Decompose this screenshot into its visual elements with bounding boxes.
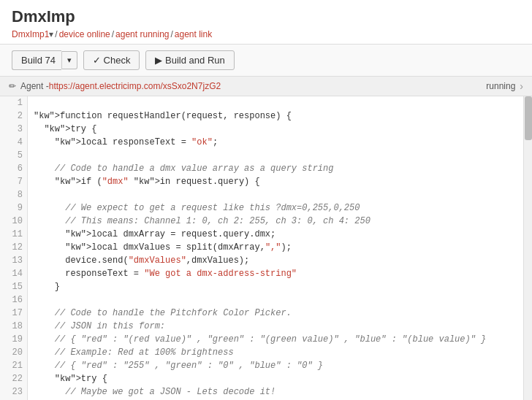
code-line: } — [34, 280, 523, 293]
line-number: 2 — [0, 109, 27, 123]
breadcrumb-agent-running[interactable]: agent running — [115, 29, 169, 39]
toolbar: Build 74 ▾ ✓ Check ▶ Build and Run — [0, 45, 532, 77]
breadcrumb-sep1: / — [55, 29, 57, 39]
line-number: 18 — [0, 320, 27, 333]
breadcrumb-agent-link[interactable]: agent link — [175, 29, 212, 39]
code-line: "kw">if ("dmx" "kw">in request.query) { — [34, 175, 523, 188]
code-line: // Example: Red at 100% brightness — [34, 346, 523, 359]
line-number: 16 — [0, 293, 27, 307]
breadcrumb-device-online[interactable]: device online — [59, 29, 110, 39]
line-number: 3 — [0, 123, 27, 136]
line-number: 19 — [0, 333, 27, 346]
line-number: 23 — [0, 385, 27, 399]
line-number: 4 — [0, 136, 27, 149]
code-line — [34, 96, 523, 109]
code-line: "kw">local dmxArray = request.query.dmx; — [34, 228, 523, 241]
code-line: // JSON in this form: — [34, 320, 523, 333]
breadcrumb-sep3: / — [171, 29, 173, 39]
line-number: 8 — [0, 188, 27, 201]
line-number: 17 — [0, 307, 27, 320]
scrollbar[interactable] — [523, 96, 532, 400]
code-line — [34, 188, 523, 201]
code-line: device.send("dmxValues",dmxValues); — [34, 254, 523, 267]
build-dropdown-caret[interactable]: ▾ — [61, 51, 77, 69]
line-number: 14 — [0, 267, 27, 280]
agent-bar: ✏ Agent - https://agent.electricimp.com/… — [0, 77, 532, 96]
agent-label: Agent - — [20, 81, 49, 91]
code-line: "kw">local responseText = "ok"; — [34, 136, 523, 149]
code-editor: 1234567891011121314151617181920212223242… — [0, 96, 532, 400]
code-line: // Code to handle the Pitchfork Color Pi… — [34, 307, 523, 320]
line-number: 9 — [0, 201, 27, 215]
code-line: // Code to handle a dmx value array as a… — [34, 162, 523, 175]
code-line: // We expect to get a request like this … — [34, 201, 523, 215]
line-number: 10 — [0, 215, 27, 228]
app-title: DmxImp — [12, 7, 520, 26]
code-line: "kw">function requestHandler(request, re… — [34, 109, 523, 123]
breadcrumb-sep2: / — [112, 29, 114, 39]
code-line: responseText = "We got a dmx-address-str… — [34, 267, 523, 280]
code-line: "kw">local dmxValues = split(dmxArray,",… — [34, 241, 523, 254]
line-number: 5 — [0, 149, 27, 162]
line-number: 15 — [0, 280, 27, 293]
breadcrumb: DmxImp1 ▾ / device online / agent runnin… — [12, 29, 520, 39]
line-number: 22 — [0, 372, 27, 385]
line-number: 13 — [0, 254, 27, 267]
code-line — [34, 293, 523, 307]
line-numbers: 1234567891011121314151617181920212223242… — [0, 96, 28, 400]
code-line: // { "red" : "(red value)" , "green" : "… — [34, 333, 523, 346]
check-button[interactable]: ✓ Check — [83, 50, 140, 70]
build-button[interactable]: Build 74 — [12, 50, 61, 70]
line-number: 6 — [0, 162, 27, 175]
header: DmxImp DmxImp1 ▾ / device online / agent… — [0, 0, 532, 45]
breadcrumb-arrow: ▾ — [49, 29, 53, 39]
line-number: 20 — [0, 346, 27, 359]
line-number: 12 — [0, 241, 27, 254]
scrollbar-thumb[interactable] — [525, 96, 532, 140]
code-content[interactable]: "kw">function requestHandler(request, re… — [28, 96, 523, 400]
code-line — [34, 149, 523, 162]
running-badge: running — [486, 81, 515, 91]
code-line: "kw">try { — [34, 123, 523, 136]
code-line: // This means: Channel 1: 0, ch 2: 255, … — [34, 215, 523, 228]
line-number: 1 — [0, 96, 27, 109]
code-line: // Maybe we got a JSON - Lets decode it! — [34, 385, 523, 399]
code-line: // { "red" : "255" , "green" : "0" , "bl… — [34, 359, 523, 372]
agent-url[interactable]: https://agent.electricimp.com/xsSxo2N7jz… — [49, 81, 221, 91]
line-number: 7 — [0, 175, 27, 188]
build-dropdown[interactable]: Build 74 ▾ — [12, 50, 77, 70]
line-number: 21 — [0, 359, 27, 372]
scroll-right-icon[interactable]: › — [520, 80, 523, 92]
pencil-icon: ✏ — [9, 81, 16, 91]
code-line: "kw">try { — [34, 372, 523, 385]
breadcrumb-project[interactable]: DmxImp1 — [12, 29, 49, 39]
build-and-run-button[interactable]: ▶ Build and Run — [145, 50, 234, 70]
line-number: 11 — [0, 228, 27, 241]
